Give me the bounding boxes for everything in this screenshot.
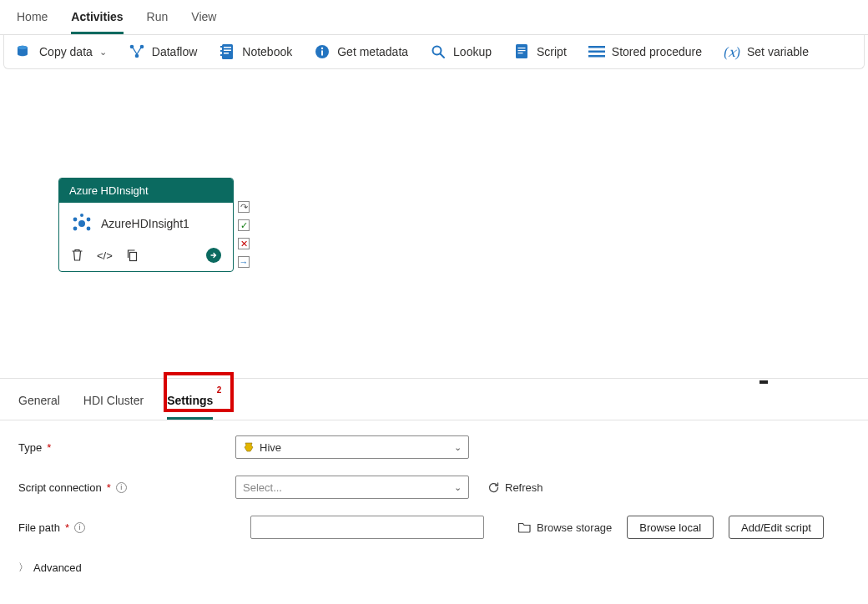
svg-point-14 xyxy=(321,48,323,49)
refresh-icon xyxy=(487,481,500,494)
file-path-label: File path * i xyxy=(18,521,235,534)
svg-rect-20 xyxy=(518,53,523,53)
svg-rect-30 xyxy=(129,253,136,261)
completion-output-handle[interactable]: → xyxy=(238,256,250,268)
tool-dataflow[interactable]: Dataflow xyxy=(129,43,197,60)
tool-stored-procedure-label: Stored procedure xyxy=(612,45,702,58)
required-asterisk: * xyxy=(65,521,69,534)
type-select[interactable]: Hive ⌄ xyxy=(235,435,469,459)
run-arrow-icon[interactable] xyxy=(206,248,221,263)
svg-point-27 xyxy=(73,227,78,231)
activity-card[interactable]: Azure HDInsight AzureHDInsight1 </> xyxy=(58,178,234,272)
svg-rect-9 xyxy=(220,46,222,48)
svg-rect-22 xyxy=(588,51,605,53)
chevron-down-icon: ⌄ xyxy=(454,442,462,453)
activity-type-header: Azure HDInsight xyxy=(59,179,233,203)
svg-point-25 xyxy=(73,218,78,222)
browse-local-button[interactable]: Browse local xyxy=(627,516,714,539)
tool-get-metadata-label: Get metadata xyxy=(337,45,408,58)
menu-home[interactable]: Home xyxy=(17,7,48,34)
tab-settings[interactable]: Settings 2 xyxy=(167,389,213,420)
pipeline-canvas[interactable]: Azure HDInsight AzureHDInsight1 </> ↷ ✓ xyxy=(0,69,868,378)
file-path-label-text: File path xyxy=(18,521,60,534)
browse-storage-link[interactable]: Browse storage xyxy=(517,521,612,534)
tool-dataflow-label: Dataflow xyxy=(152,45,197,58)
activities-toolbar: Copy data ⌄ Dataflow Notebook Get metada… xyxy=(3,35,865,69)
menu-activities[interactable]: Activities xyxy=(71,7,123,34)
tool-notebook-label: Notebook xyxy=(242,45,292,58)
chevron-right-icon: 〉 xyxy=(18,561,28,575)
success-output-handle[interactable]: ✓ xyxy=(238,219,250,231)
activity-name: AzureHDInsight1 xyxy=(101,217,189,230)
notebook-icon xyxy=(219,43,235,60)
tool-script-label: Script xyxy=(537,45,567,58)
tool-notebook[interactable]: Notebook xyxy=(219,43,292,60)
svg-point-24 xyxy=(78,220,85,227)
svg-point-1 xyxy=(18,46,28,49)
tool-set-variable[interactable]: (𝑥) Set variable xyxy=(724,43,809,60)
database-copy-icon xyxy=(16,43,33,60)
menu-view[interactable]: View xyxy=(191,7,216,34)
tool-copy-data[interactable]: Copy data ⌄ xyxy=(16,43,107,60)
folder-icon xyxy=(517,521,532,533)
type-label: Type * xyxy=(18,441,235,454)
settings-form: Type * Hive ⌄ Script connection * i Sele… xyxy=(0,420,868,590)
settings-error-count: 2 xyxy=(217,385,222,395)
skip-output-handle[interactable]: ↷ xyxy=(238,201,250,213)
svg-rect-19 xyxy=(518,50,526,51)
svg-rect-13 xyxy=(321,51,323,56)
info-circle-icon xyxy=(314,43,331,60)
svg-rect-5 xyxy=(222,44,233,59)
file-path-input[interactable] xyxy=(250,516,484,539)
code-icon[interactable]: </> xyxy=(97,249,113,262)
script-connection-label: Script connection * i xyxy=(18,481,235,494)
svg-rect-8 xyxy=(224,53,229,54)
script-icon xyxy=(513,43,530,60)
copy-icon[interactable] xyxy=(126,249,139,262)
hive-icon xyxy=(243,441,255,453)
list-icon xyxy=(588,43,605,60)
tool-stored-procedure[interactable]: Stored procedure xyxy=(588,43,702,60)
add-edit-script-button[interactable]: Add/Edit script xyxy=(729,516,824,539)
tool-set-variable-label: Set variable xyxy=(747,45,809,58)
info-icon[interactable]: i xyxy=(74,522,85,533)
svg-rect-11 xyxy=(220,54,222,56)
svg-rect-21 xyxy=(588,46,605,48)
advanced-toggle[interactable]: 〉 Advanced xyxy=(18,556,850,575)
script-connection-placeholder: Select... xyxy=(243,481,282,494)
variable-icon: (𝑥) xyxy=(724,43,740,60)
dataflow-icon xyxy=(129,43,145,60)
tab-general[interactable]: General xyxy=(18,389,60,420)
chevron-down-icon: ⌄ xyxy=(454,482,462,493)
svg-rect-6 xyxy=(224,47,231,48)
menu-run[interactable]: Run xyxy=(147,7,169,34)
script-connection-select[interactable]: Select... ⌄ xyxy=(235,476,469,499)
tool-script[interactable]: Script xyxy=(513,43,567,60)
activity-output-handles: ↷ ✓ ✕ → xyxy=(237,201,250,268)
tool-lookup-label: Lookup xyxy=(453,45,492,58)
delete-icon[interactable] xyxy=(71,249,83,262)
tool-get-metadata[interactable]: Get metadata xyxy=(314,43,408,60)
svg-rect-10 xyxy=(220,50,222,52)
svg-rect-17 xyxy=(516,44,527,58)
type-value: Hive xyxy=(260,441,281,454)
properties-tabs: General HDI Cluster Settings 2 xyxy=(0,378,868,420)
svg-point-26 xyxy=(87,218,91,222)
required-asterisk: * xyxy=(47,441,51,454)
tab-hdi-cluster[interactable]: HDI Cluster xyxy=(83,389,144,420)
info-icon[interactable]: i xyxy=(116,482,127,493)
tool-lookup[interactable]: Lookup xyxy=(430,43,492,60)
tool-copy-data-label: Copy data xyxy=(39,45,93,58)
browse-storage-label: Browse storage xyxy=(537,521,612,534)
refresh-label: Refresh xyxy=(505,481,543,494)
chevron-down-icon: ⌄ xyxy=(99,47,107,58)
search-icon xyxy=(430,43,447,60)
fail-output-handle[interactable]: ✕ xyxy=(238,238,250,249)
tab-settings-label: Settings xyxy=(167,394,213,407)
svg-point-29 xyxy=(80,214,83,217)
svg-point-4 xyxy=(135,54,139,58)
svg-point-28 xyxy=(87,227,91,231)
advanced-label: Advanced xyxy=(33,561,82,574)
hdinsight-cluster-icon xyxy=(71,213,93,234)
refresh-link[interactable]: Refresh xyxy=(487,481,543,494)
